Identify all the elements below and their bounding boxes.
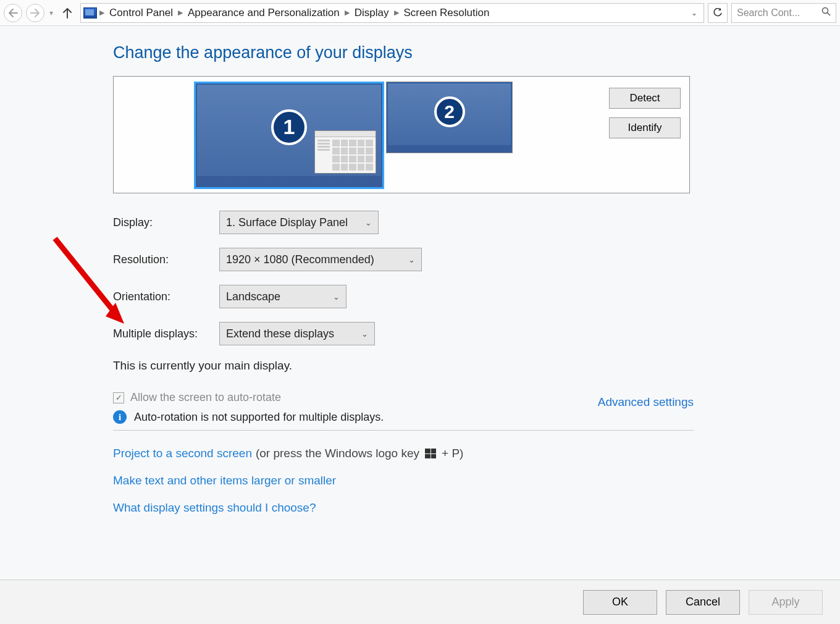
display-help-link[interactable]: What display settings should I choose? — [113, 501, 316, 514]
app-window-icon — [314, 130, 376, 174]
display-preview: 1 2 Detect Identify — [113, 76, 690, 193]
display-value: 1. Surface Display Panel — [226, 216, 348, 229]
info-icon: i — [113, 410, 127, 424]
monitor-1-label: 1 — [271, 109, 307, 145]
main-display-note: This is currently your main display. — [113, 359, 694, 373]
monitor-2[interactable]: 2 — [386, 82, 513, 153]
chevron-right-icon: ▶ — [178, 9, 183, 17]
refresh-button[interactable] — [708, 3, 728, 23]
project-hint-a: (or press the Windows logo key — [256, 447, 419, 460]
monitor-2-label: 2 — [434, 96, 465, 127]
project-hint-b: + P) — [442, 447, 463, 460]
orientation-label: Orientation: — [113, 290, 219, 303]
detect-button[interactable]: Detect — [609, 88, 681, 109]
svg-point-0 — [823, 8, 828, 14]
explorer-navbar: ▾ ▶ Control Panel ▶ Appearance and Perso… — [0, 0, 840, 26]
orientation-dropdown[interactable]: Landscape ⌄ — [219, 285, 346, 308]
content-pane: Change the appearance of your displays 1… — [113, 26, 694, 515]
text-size-link[interactable]: Make text and other items larger or smal… — [113, 474, 336, 487]
advanced-settings-link[interactable]: Advanced settings — [598, 395, 694, 409]
multiple-displays-label: Multiple displays: — [113, 327, 219, 340]
chevron-right-icon: ▶ — [345, 9, 350, 17]
monitor-1[interactable]: 1 — [194, 82, 384, 189]
breadcrumb-screen-resolution[interactable]: Screen Resolution — [400, 7, 494, 19]
control-panel-icon — [83, 7, 97, 19]
back-button[interactable] — [4, 4, 22, 22]
multiple-displays-dropdown[interactable]: Extend these displays ⌄ — [219, 322, 375, 345]
cancel-button[interactable]: Cancel — [666, 590, 740, 615]
divider — [113, 430, 694, 431]
address-bar[interactable]: ▶ Control Panel ▶ Appearance and Persona… — [80, 3, 704, 23]
chevron-down-icon: ⌄ — [401, 255, 415, 264]
search-icon — [821, 7, 831, 19]
search-placeholder: Search Cont... — [737, 7, 821, 19]
autorotate-label: Allow the screen to auto-rotate — [130, 391, 281, 404]
annotation-arrow — [45, 230, 132, 329]
up-button[interactable] — [58, 4, 77, 22]
orientation-value: Landscape — [226, 290, 280, 303]
forward-button[interactable] — [26, 4, 44, 22]
page-title: Change the appearance of your displays — [113, 43, 694, 62]
chevron-right-icon: ▶ — [394, 9, 399, 17]
apply-button[interactable]: Apply — [749, 590, 823, 615]
ok-button[interactable]: OK — [583, 590, 657, 615]
windows-logo-icon — [425, 449, 436, 458]
chevron-down-icon: ⌄ — [326, 292, 340, 301]
resolution-value: 1920 × 1080 (Recommended) — [226, 253, 374, 266]
identify-button[interactable]: Identify — [609, 117, 681, 138]
breadcrumb-control-panel[interactable]: Control Panel — [106, 7, 177, 19]
display-dropdown[interactable]: 1. Surface Display Panel ⌄ — [219, 211, 379, 234]
resolution-label: Resolution: — [113, 253, 219, 266]
search-input[interactable]: Search Cont... — [731, 3, 836, 23]
chevron-down-icon: ⌄ — [358, 218, 372, 227]
svg-line-2 — [55, 238, 112, 309]
breadcrumb-appearance[interactable]: Appearance and Personalization — [184, 7, 343, 19]
chevron-down-icon: ⌄ — [354, 329, 368, 339]
autorotate-checkbox[interactable]: ✓ — [113, 392, 124, 403]
project-second-screen-link[interactable]: Project to a second screen — [113, 447, 252, 460]
dialog-button-bar: OK Cancel Apply — [0, 580, 840, 624]
breadcrumb-display[interactable]: Display — [351, 7, 393, 19]
resolution-dropdown[interactable]: 1920 × 1080 (Recommended) ⌄ — [219, 248, 422, 271]
autorotate-info: Auto-rotation is not supported for multi… — [134, 411, 384, 424]
multiple-displays-value: Extend these displays — [226, 327, 334, 340]
display-label: Display: — [113, 216, 219, 229]
recent-dropdown-icon[interactable]: ▾ — [48, 9, 54, 17]
chevron-right-icon: ▶ — [99, 9, 104, 17]
address-dropdown-icon[interactable]: ⌄ — [687, 9, 701, 17]
svg-line-1 — [828, 13, 831, 16]
